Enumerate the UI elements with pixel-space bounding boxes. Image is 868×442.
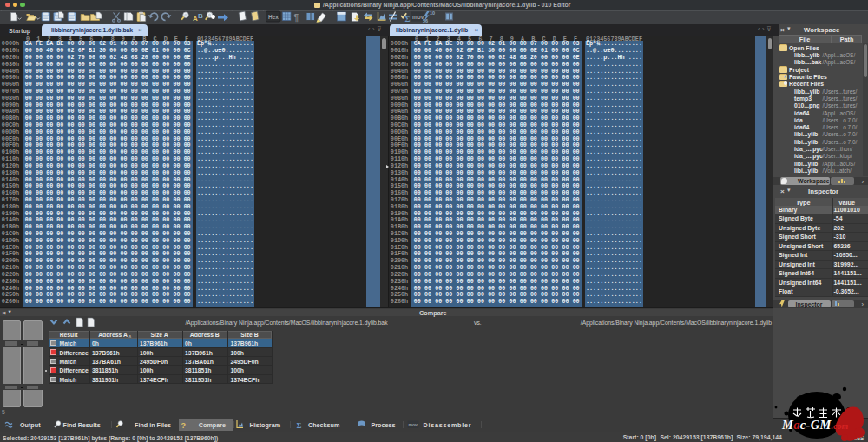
svg-text:Hex: Hex bbox=[268, 13, 279, 19]
svg-text:B: B bbox=[198, 11, 203, 19]
svg-text:Σ: Σ bbox=[405, 14, 411, 23]
svg-text:¶: ¶ bbox=[294, 12, 299, 22]
svg-text:?: ? bbox=[181, 421, 187, 430]
svg-text:56: 56 bbox=[423, 17, 428, 23]
svg-text:Σ: Σ bbox=[297, 421, 302, 430]
svg-text:mov: mov bbox=[409, 422, 418, 427]
svg-text:10: 10 bbox=[430, 10, 435, 15]
